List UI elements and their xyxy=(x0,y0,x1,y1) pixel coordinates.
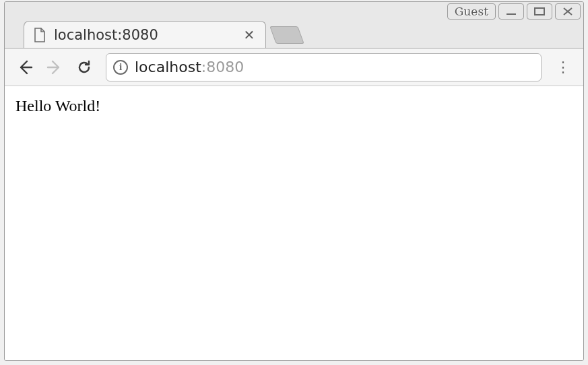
guest-label: Guest xyxy=(455,5,488,18)
tab-close-button[interactable]: ✕ xyxy=(242,28,256,42)
site-info-icon[interactable]: i xyxy=(113,60,128,75)
kebab-menu-icon: ⋮ xyxy=(556,59,570,75)
forward-button[interactable] xyxy=(41,54,68,81)
minimize-button[interactable] xyxy=(498,3,524,20)
maximize-button[interactable] xyxy=(527,3,552,20)
guest-profile-button[interactable]: Guest xyxy=(447,3,496,20)
svg-rect-1 xyxy=(535,8,544,15)
page-body-text: Hello World! xyxy=(15,97,573,115)
browser-toolbar: i localhost:8080 ⋮ xyxy=(5,48,583,86)
reload-icon xyxy=(76,59,92,75)
page-viewport: Hello World! xyxy=(5,86,583,360)
close-window-icon xyxy=(562,7,574,16)
close-window-button[interactable] xyxy=(555,3,581,20)
arrow-right-icon xyxy=(46,59,63,76)
address-bar[interactable]: i localhost:8080 xyxy=(106,53,542,81)
window-titlebar: Guest xyxy=(5,2,583,22)
url-host: localhost xyxy=(135,59,201,75)
new-tab-button[interactable] xyxy=(269,26,304,44)
back-button[interactable] xyxy=(11,54,38,81)
url-port: :8080 xyxy=(201,59,244,75)
browser-menu-button[interactable]: ⋮ xyxy=(550,54,577,81)
browser-window: Guest localhost xyxy=(4,1,584,361)
minimize-icon xyxy=(505,7,517,16)
arrow-left-icon xyxy=(16,59,34,76)
maximize-icon xyxy=(533,7,546,16)
url-text: localhost:8080 xyxy=(135,59,244,75)
tab-title: localhost:8080 xyxy=(54,27,234,43)
browser-tab[interactable]: localhost:8080 ✕ xyxy=(24,21,266,48)
close-icon: ✕ xyxy=(244,27,255,43)
page-file-icon xyxy=(34,28,46,42)
reload-button[interactable] xyxy=(71,54,98,81)
